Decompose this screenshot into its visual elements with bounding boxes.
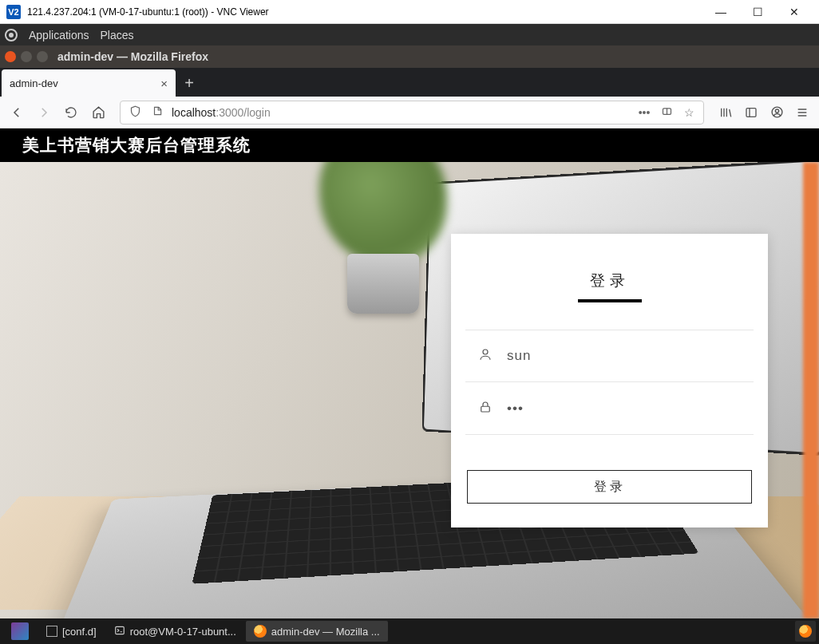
lock-icon — [478, 400, 493, 417]
svg-point-4 — [483, 350, 488, 354]
firefox-icon — [254, 625, 267, 638]
svg-point-3 — [775, 109, 778, 113]
vnc-close-button[interactable]: ✕ — [776, 0, 813, 24]
folder-icon — [46, 626, 57, 637]
login-button[interactable]: 登录 — [467, 470, 752, 504]
page-actions-icon[interactable]: ••• — [636, 106, 652, 119]
firefox-toolbar: localhost:3000/login ••• ☆ — [0, 97, 819, 128]
page-body: 登录 登录 — [0, 162, 819, 618]
nav-back-button[interactable] — [5, 101, 29, 124]
account-icon[interactable] — [765, 101, 789, 124]
page-title: 美上书营销大赛后台管理系统 — [0, 128, 819, 162]
show-desktop-icon — [11, 622, 29, 640]
tab-close-icon[interactable]: × — [160, 77, 168, 90]
ubuntu-top-bar: Applications Places — [0, 24, 819, 45]
browser-tab[interactable]: admin-dev × — [2, 69, 176, 97]
firefox-tab-strip: admin-dev × + — [0, 68, 819, 97]
svg-rect-6 — [115, 626, 124, 634]
password-input[interactable] — [507, 401, 741, 417]
taskbar-item-label: admin-dev — Mozilla ... — [271, 626, 380, 638]
url-text: localhost:3000/login — [172, 106, 630, 119]
menu-applications[interactable]: Applications — [29, 29, 89, 41]
svg-rect-5 — [481, 406, 490, 412]
window-close-button[interactable] — [5, 51, 16, 62]
svg-rect-1 — [746, 108, 756, 117]
vnc-title: 121.4.237.204:1 (VM-0-17-ubuntu:1 (root)… — [27, 6, 702, 18]
username-input[interactable] — [507, 348, 741, 364]
login-tab[interactable]: 登录 — [465, 271, 754, 302]
user-icon — [478, 347, 493, 365]
window-minimize-button[interactable] — [21, 51, 32, 62]
shield-icon[interactable] — [127, 105, 143, 120]
tray-firefox-icon[interactable] — [795, 621, 816, 642]
taskbar: [conf.d] root@VM-0-17-ubunt... admin-dev… — [0, 618, 819, 644]
terminal-icon — [114, 625, 125, 638]
firefox-titlebar: admin-dev — Mozilla Firefox — [0, 45, 819, 68]
taskbar-item-label: root@VM-0-17-ubunt... — [130, 626, 236, 638]
firefox-window-title: admin-dev — Mozilla Firefox — [57, 50, 208, 63]
nav-reload-button[interactable] — [59, 101, 83, 124]
username-field-row — [465, 330, 754, 382]
page-viewport: 美上书营销大赛后台管理系统 登录 登录 — [0, 128, 819, 618]
vnc-titlebar: V2 121.4.237.204:1 (VM-0-17-ubuntu:1 (ro… — [0, 0, 819, 24]
vnc-maximize-button[interactable]: ☐ — [739, 0, 776, 24]
site-info-icon[interactable] — [149, 105, 165, 119]
window-maximize-button[interactable] — [37, 51, 48, 62]
taskbar-item-label: [conf.d] — [62, 626, 97, 638]
bookmark-icon[interactable]: ☆ — [681, 106, 697, 119]
vnc-logo-icon: V2 — [6, 5, 21, 19]
show-desktop-button[interactable] — [3, 621, 37, 642]
menu-places[interactable]: Places — [101, 29, 134, 41]
menu-icon[interactable] — [790, 101, 814, 124]
library-icon[interactable] — [714, 101, 738, 124]
nav-forward-button — [32, 101, 56, 124]
taskbar-item-terminal[interactable]: root@VM-0-17-ubunt... — [106, 621, 244, 642]
taskbar-item-firefox[interactable]: admin-dev — Mozilla ... — [246, 621, 388, 642]
ubuntu-logo-icon[interactable] — [5, 29, 18, 41]
password-field-row — [465, 382, 754, 435]
taskbar-item-confd[interactable]: [conf.d] — [38, 621, 105, 642]
new-tab-button[interactable]: + — [176, 69, 203, 97]
tab-title: admin-dev — [10, 77, 160, 89]
sidebar-icon[interactable] — [739, 101, 763, 124]
reader-icon[interactable] — [659, 105, 675, 120]
nav-home-button[interactable] — [86, 101, 110, 124]
url-bar[interactable]: localhost:3000/login ••• ☆ — [120, 101, 704, 124]
login-card: 登录 登录 — [451, 234, 768, 527]
vnc-minimize-button[interactable]: — — [702, 0, 739, 24]
